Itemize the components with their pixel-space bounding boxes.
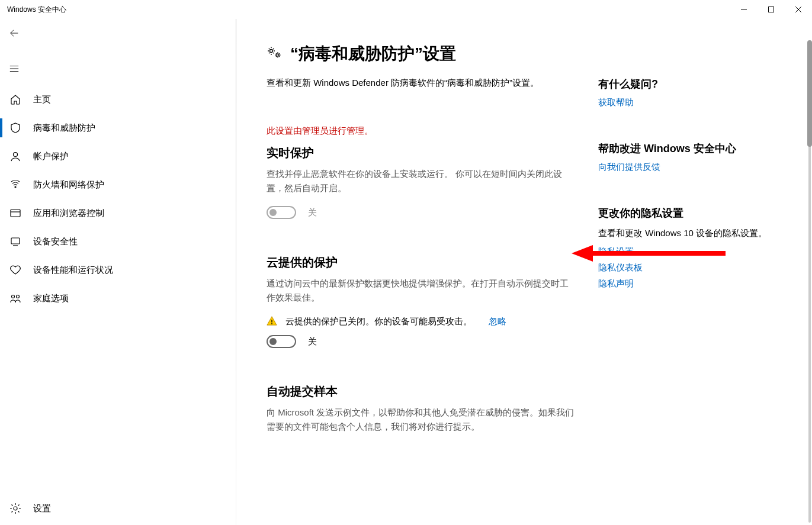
realtime-toggle[interactable] bbox=[267, 206, 296, 219]
svg-point-14 bbox=[12, 295, 15, 298]
minimize-button[interactable] bbox=[730, 0, 758, 19]
maximize-button[interactable] bbox=[758, 0, 785, 19]
close-button[interactable] bbox=[785, 0, 812, 19]
sidebar-item-label: 帐户保护 bbox=[33, 151, 69, 162]
sidebar-item-device[interactable]: 设备安全性 bbox=[0, 227, 236, 256]
privacy-title: 更改你的隐私设置 bbox=[598, 206, 776, 220]
wifi-icon bbox=[8, 179, 23, 191]
hamburger-button[interactable] bbox=[0, 54, 28, 83]
svg-point-16 bbox=[14, 507, 17, 510]
feedback-link[interactable]: 向我们提供反馈 bbox=[598, 162, 776, 173]
browser-icon bbox=[8, 207, 23, 219]
sample-title: 自动提交样本 bbox=[267, 384, 575, 400]
cloud-title: 云提供的保护 bbox=[267, 255, 575, 270]
sidebar-item-label: 设备性能和运行状况 bbox=[33, 265, 113, 276]
sidebar-item-label: 家庭选项 bbox=[33, 293, 69, 304]
svg-point-17 bbox=[270, 50, 273, 53]
cloud-toggle-label: 关 bbox=[308, 336, 317, 347]
svg-rect-10 bbox=[11, 210, 20, 217]
sidebar-item-label: 设备安全性 bbox=[33, 236, 78, 247]
improve-title: 帮助改进 Windows 安全中心 bbox=[598, 141, 776, 156]
sidebar-item-virus[interactable]: 病毒和威胁防护 bbox=[0, 114, 236, 142]
svg-point-18 bbox=[277, 54, 279, 56]
sidebar: 主页 病毒和威胁防护 帐户保护 防火墙和网络保护 应用和浏览器控制 设备安全性 bbox=[0, 19, 237, 525]
realtime-desc: 查找并停止恶意软件在你的设备上安装或运行。 你可以在短时间内关闭此设置，然后自动… bbox=[267, 167, 575, 195]
faq-title: 有什么疑问? bbox=[598, 77, 776, 91]
svg-rect-12 bbox=[11, 238, 20, 244]
warning-icon bbox=[267, 315, 277, 328]
window-title: Windows 安全中心 bbox=[7, 5, 66, 15]
svg-point-15 bbox=[17, 295, 20, 298]
shield-icon bbox=[8, 122, 23, 134]
svg-rect-1 bbox=[769, 7, 774, 12]
realtime-title: 实时保护 bbox=[267, 145, 575, 161]
scrollbar[interactable] bbox=[808, 40, 811, 523]
svg-marker-22 bbox=[572, 245, 593, 262]
cloud-toggle[interactable] bbox=[267, 335, 296, 348]
cloud-desc: 通过访问云中的最新保护数据更快地提供增强保护。在打开自动示例提交时工作效果最佳。 bbox=[267, 276, 575, 305]
user-icon bbox=[8, 150, 23, 162]
privacy-statement-link[interactable]: 隐私声明 bbox=[598, 278, 776, 289]
svg-point-20 bbox=[271, 323, 272, 324]
home-icon bbox=[8, 94, 23, 105]
back-button[interactable] bbox=[0, 19, 28, 47]
sidebar-item-appbrowser[interactable]: 应用和浏览器控制 bbox=[0, 199, 236, 227]
heart-icon bbox=[8, 264, 23, 276]
admin-managed-note: 此设置由管理员进行管理。 bbox=[267, 125, 575, 137]
sidebar-item-account[interactable]: 帐户保护 bbox=[0, 142, 236, 170]
svg-point-9 bbox=[15, 186, 16, 188]
cloud-dismiss-link[interactable]: 忽略 bbox=[489, 316, 506, 327]
sidebar-item-home[interactable]: 主页 bbox=[0, 85, 236, 114]
sidebar-item-settings[interactable]: 设置 bbox=[0, 494, 236, 523]
sidebar-item-label: 应用和浏览器控制 bbox=[33, 208, 104, 219]
device-icon bbox=[8, 236, 23, 247]
privacy-dashboard-link[interactable]: 隐私仪表板 bbox=[598, 262, 776, 273]
get-help-link[interactable]: 获取帮助 bbox=[598, 97, 776, 108]
sidebar-item-label: 主页 bbox=[33, 94, 51, 105]
privacy-settings-link[interactable]: 隐私设置 bbox=[598, 246, 776, 257]
privacy-desc: 查看和更改 Windows 10 设备的隐私设置。 bbox=[598, 226, 776, 240]
sidebar-item-family[interactable]: 家庭选项 bbox=[0, 284, 236, 313]
sidebar-item-firewall[interactable]: 防火墙和网络保护 bbox=[0, 170, 236, 199]
cloud-warning-text: 云提供的保护已关闭。你的设备可能易受攻击。 bbox=[285, 316, 472, 327]
settings-gears-icon bbox=[267, 46, 283, 62]
realtime-toggle-label: 关 bbox=[308, 207, 317, 218]
svg-point-8 bbox=[14, 153, 18, 157]
sidebar-item-label: 设置 bbox=[33, 503, 51, 514]
sample-desc: 向 Microsoft 发送示例文件，以帮助你和其他人免受潜在威胁的侵害。如果我… bbox=[267, 405, 575, 434]
page-subtitle: 查看和更新 Windows Defender 防病毒软件的“病毒和威胁防护”设置… bbox=[267, 76, 575, 90]
sidebar-item-label: 防火墙和网络保护 bbox=[33, 179, 104, 191]
sidebar-item-label: 病毒和威胁防护 bbox=[33, 123, 95, 134]
page-title: “病毒和威胁防护”设置 bbox=[290, 43, 456, 65]
family-icon bbox=[8, 292, 23, 304]
sidebar-item-health[interactable]: 设备性能和运行状况 bbox=[0, 256, 236, 284]
window-controls bbox=[730, 0, 812, 19]
gear-icon bbox=[8, 503, 23, 514]
